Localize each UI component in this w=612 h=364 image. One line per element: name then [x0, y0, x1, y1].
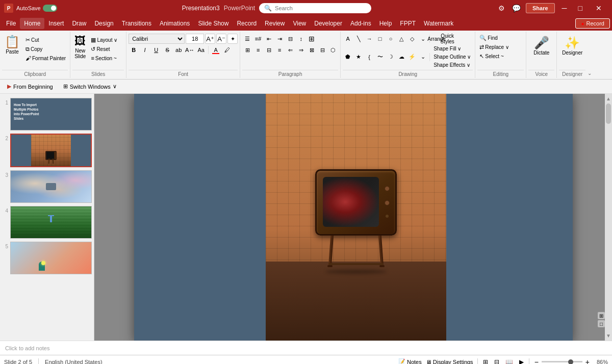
shadow-button[interactable]: ab: [173, 45, 184, 55]
shape-outline-button[interactable]: Shape Outline ∨: [431, 53, 473, 61]
close-button[interactable]: ✕: [590, 2, 608, 14]
layout-button[interactable]: ▦Layout ∨: [89, 36, 119, 44]
slide-item-3[interactable]: 3: [2, 170, 92, 203]
canvas-area[interactable]: ▲ ▼ ⊞ □: [94, 94, 612, 341]
designer-button[interactable]: ✨ Designer: [560, 34, 584, 58]
find-button[interactable]: 🔍Find: [477, 34, 499, 42]
scroll-thumb[interactable]: [606, 103, 611, 124]
menu-slideshow[interactable]: Slide Show: [194, 18, 233, 29]
maximize-button[interactable]: □: [574, 2, 586, 14]
shape-callout-button[interactable]: ◇: [407, 34, 417, 44]
display-settings-button[interactable]: 🖥 Display Settings: [426, 359, 473, 365]
menu-animations[interactable]: Animations: [156, 18, 194, 29]
menu-file[interactable]: File: [2, 18, 20, 29]
from-beginning-button[interactable]: ▶ From Beginning: [4, 82, 56, 91]
slide-show-button[interactable]: ▶: [518, 357, 525, 365]
vertical-scrollbar[interactable]: ▲ ▼: [605, 94, 612, 341]
quick-styles-button[interactable]: QuickStyles: [442, 34, 452, 44]
highlight-button[interactable]: 🖊: [222, 45, 232, 55]
shape-more-button[interactable]: ⌄: [418, 34, 428, 44]
paste-button[interactable]: 📋 Paste: [2, 34, 22, 56]
record-button[interactable]: ● Record: [575, 18, 610, 29]
minimize-button[interactable]: ─: [558, 2, 571, 14]
menu-record[interactable]: Record: [233, 18, 261, 29]
align-right-button[interactable]: ⊟: [264, 45, 274, 55]
rtl-button[interactable]: ⇐: [285, 45, 295, 55]
menu-design[interactable]: Design: [90, 18, 117, 29]
shape-rect-button[interactable]: □: [375, 34, 385, 44]
menu-fppt[interactable]: FPPT: [396, 18, 420, 29]
shape-cloud-button[interactable]: ☁: [396, 52, 406, 62]
slide-sorter-button[interactable]: ⊟: [493, 357, 500, 365]
char-spacing-button[interactable]: A↔: [185, 45, 195, 55]
menu-addins[interactable]: Add-ins: [346, 18, 375, 29]
slide-thumb-1[interactable]: How To ImportMultiple Photosinto PowerPo…: [10, 98, 92, 131]
fit-slide-button[interactable]: ⊞: [598, 312, 605, 319]
strikethrough-button[interactable]: S: [162, 45, 172, 55]
column-button[interactable]: ⊟: [285, 34, 295, 44]
ribbon-expand-button[interactable]: ⌄: [588, 70, 592, 76]
autosave-toggle[interactable]: [43, 5, 57, 12]
shape-circle-button[interactable]: ○: [386, 34, 396, 44]
replace-button[interactable]: ⇄Replace ∨: [477, 43, 511, 51]
slide-thumb-5[interactable]: [10, 242, 92, 274]
copy-button[interactable]: ⧉Copy: [23, 45, 68, 54]
slide-item-5[interactable]: 5: [2, 242, 92, 274]
shape-pentagon-button[interactable]: ⬟: [343, 52, 353, 62]
zoom-slider-thumb[interactable]: [568, 359, 573, 365]
cut-button[interactable]: ✂Cut: [23, 36, 68, 44]
slide-canvas[interactable]: [134, 94, 573, 341]
dictate-button[interactable]: 🎤 Dictate: [531, 34, 551, 58]
menu-help[interactable]: Help: [375, 18, 396, 29]
search-box[interactable]: 🔍: [259, 3, 371, 13]
underline-button[interactable]: U: [151, 45, 161, 55]
bold-button[interactable]: B: [129, 45, 139, 55]
numbering-button[interactable]: ≡#: [253, 34, 263, 44]
menu-draw[interactable]: Draw: [68, 18, 90, 29]
slides-panel[interactable]: 1 How To ImportMultiple Photosinto Power…: [0, 94, 94, 341]
decrease-indent-button[interactable]: ⇤: [264, 34, 274, 44]
menu-view[interactable]: View: [289, 18, 310, 29]
shape-text-button[interactable]: A: [343, 34, 353, 44]
add-smartart-button[interactable]: ⊞: [307, 34, 317, 44]
shape-triangle-button[interactable]: △: [396, 34, 406, 44]
shape-line-button[interactable]: ╲: [353, 34, 364, 44]
slide-thumb-2[interactable]: [10, 134, 92, 167]
slide-item-1[interactable]: 1 How To ImportMultiple Photosinto Power…: [2, 98, 92, 131]
shape-star-button[interactable]: ★: [353, 52, 364, 62]
settings-icon[interactable]: ⚙: [496, 4, 507, 12]
menu-home[interactable]: Home: [20, 18, 44, 29]
comment-icon[interactable]: 💬: [510, 4, 523, 12]
menu-watermark[interactable]: Watermark: [420, 18, 457, 29]
switch-windows-button[interactable]: ⊞ Switch Windows ∨: [60, 82, 120, 91]
font-size-input[interactable]: [186, 34, 204, 44]
shape-more2-button[interactable]: ⌄: [418, 52, 428, 62]
zoom-in-button[interactable]: +: [584, 358, 591, 365]
notes-button[interactable]: 📝 Notes: [398, 358, 422, 364]
shape-lightning-button[interactable]: ⚡: [407, 52, 417, 62]
zoom-out-button[interactable]: −: [533, 358, 540, 365]
zoom-normal-button[interactable]: □: [598, 320, 605, 327]
shape-bracket-button[interactable]: {: [364, 52, 374, 62]
search-input[interactable]: [275, 5, 366, 11]
clear-formatting-button[interactable]: ✦: [227, 34, 238, 44]
shape-moon-button[interactable]: ☽: [386, 52, 396, 62]
align-left-button[interactable]: ⊞: [242, 45, 252, 55]
italic-button[interactable]: I: [140, 45, 150, 55]
menu-review[interactable]: Review: [261, 18, 289, 29]
select-button[interactable]: ↖Select ~: [477, 52, 505, 61]
increase-indent-button[interactable]: ⇥: [274, 34, 285, 44]
line-spacing-button[interactable]: ↕: [296, 34, 306, 44]
shape-arrow-button[interactable]: →: [364, 34, 374, 44]
menu-developer[interactable]: Developer: [310, 18, 346, 29]
justify-button[interactable]: ≡: [274, 45, 285, 55]
share-button[interactable]: Share: [526, 3, 555, 13]
scroll-up-button[interactable]: ▲: [605, 95, 612, 102]
menu-insert[interactable]: Insert: [44, 18, 68, 29]
font-case-button[interactable]: Aa: [196, 45, 206, 55]
convert-to-smartart-button[interactable]: ⬡: [328, 45, 338, 55]
ltr-button[interactable]: ⇒: [296, 45, 306, 55]
slide-thumb-3[interactable]: [10, 170, 92, 203]
new-slide-button[interactable]: 🖼 New Slide: [72, 34, 88, 60]
notes-area[interactable]: Click to add notes: [0, 341, 612, 355]
